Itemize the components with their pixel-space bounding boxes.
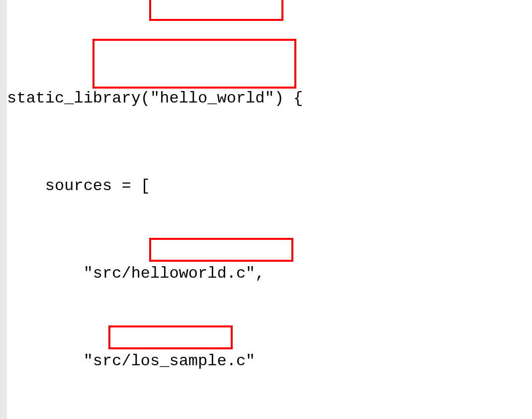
code-text: "src/los_sample.c" — [7, 350, 255, 372]
code-text: "src/helloworld.c", — [7, 263, 265, 285]
code-text: static_library( — [7, 88, 150, 109]
highlight-box-target-name — [149, 0, 283, 21]
highlight-box-feature-ref — [108, 325, 233, 349]
code-line: "src/helloworld.c", — [7, 263, 532, 285]
code-line: "src/los_sample.c" — [7, 350, 532, 372]
highlight-box-component-name — [149, 238, 293, 262]
code-area: static_library( "hello_world" ) { source… — [7, 0, 532, 419]
editor-gutter — [0, 0, 7, 419]
code-text: ) { — [274, 88, 303, 109]
code-line: static_library( "hello_world" ) { — [7, 88, 532, 109]
highlight-box-sources — [92, 39, 296, 89]
code-line: sources = [ — [7, 175, 532, 197]
code-text: sources = [ — [7, 175, 150, 197]
target-name: "hello_world" — [150, 88, 274, 109]
